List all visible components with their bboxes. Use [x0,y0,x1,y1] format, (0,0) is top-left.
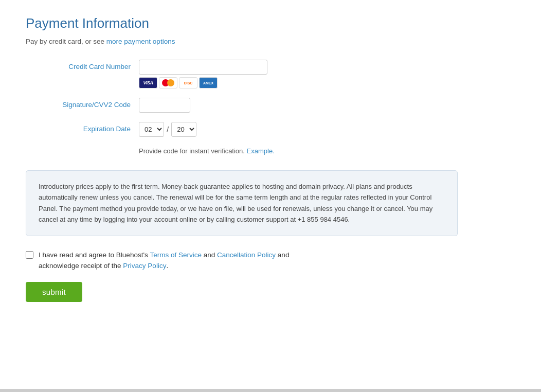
discover-icon: DISC [179,77,197,88]
credit-card-label: Credit Card Number [26,60,139,70]
agree-suffix: . [166,262,168,270]
bottom-bar [0,389,541,392]
agree-text[interactable]: I have read and agree to Bluehost's Term… [39,250,289,272]
cvv-group [139,98,190,113]
expiry-group: 010203040506070809101112 / 2021222324252… [139,122,196,137]
credit-card-input[interactable] [139,60,267,75]
agree-row: I have read and agree to Bluehost's Term… [26,250,458,272]
expiry-month-select[interactable]: 010203040506070809101112 [139,122,164,137]
verification-text: Provide code for instant verification. [139,147,247,155]
expiry-row: Expiration Date 010203040506070809101112… [26,122,375,137]
privacy-policy-link[interactable]: Privacy Policy [123,262,166,270]
subtitle-text: Pay by credit card, or see [26,38,106,45]
agree-checkbox[interactable] [26,251,33,259]
cvv-input[interactable] [139,98,190,113]
cvv-label: Signature/CVV2 Code [26,98,139,109]
expiry-year-select[interactable]: 2021222324252627282930 [171,122,196,137]
page-title: Payment Information [26,15,515,31]
cancellation-policy-link[interactable]: Cancellation Policy [217,251,276,259]
submit-button[interactable]: submit [26,282,82,302]
mastercard-icon [159,77,177,88]
agree-prefix: I have read and agree to Bluehost's [39,251,150,259]
info-box: Introductory prices apply to the first t… [26,170,458,236]
amex-icon: AMEX [199,77,218,88]
expiry-label: Expiration Date [26,122,139,133]
expiry-separator: / [167,125,169,134]
verification-hint: Provide code for instant verification. E… [139,147,515,155]
agree-and1: and [202,251,217,259]
payment-form: Credit Card Number VISA DISC AMEX [26,60,375,137]
more-payment-options-link[interactable]: more payment options [106,38,175,45]
cvv-row: Signature/CVV2 Code [26,98,375,113]
page-container: Payment Information Pay by credit card, … [0,0,541,392]
example-link[interactable]: Example. [247,147,275,155]
subtitle: Pay by credit card, or see more payment … [26,38,515,45]
info-box-text: Introductory prices apply to the first t… [39,183,432,223]
card-icons: VISA DISC AMEX [139,77,267,88]
visa-icon: VISA [139,77,157,88]
tos-link[interactable]: Terms of Service [150,251,202,259]
credit-card-group: VISA DISC AMEX [139,60,267,88]
credit-card-row: Credit Card Number VISA DISC AMEX [26,60,375,88]
